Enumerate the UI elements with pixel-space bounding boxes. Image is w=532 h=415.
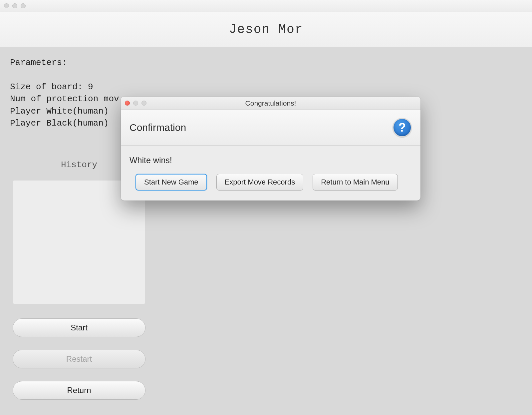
- restart-button[interactable]: Restart: [13, 350, 145, 368]
- board-size-line: Size of board: 9: [10, 82, 93, 92]
- dialog-header: Confirmation ?: [121, 110, 420, 146]
- dialog-titlebar: Congratulations!: [121, 97, 420, 110]
- sidebar-buttons: Start Restart Return: [10, 318, 148, 400]
- return-button[interactable]: Return: [13, 381, 145, 400]
- parameters-label: Parameters:: [10, 58, 67, 68]
- player-white-line: Player White(human): [10, 106, 109, 116]
- main-window: Jeson Mor Parameters: Size of board: 9 N…: [0, 0, 532, 415]
- question-icon: ?: [393, 118, 412, 137]
- return-to-main-menu-button[interactable]: Return to Main Menu: [313, 174, 398, 191]
- protection-moves-line: Num of protection mov: [10, 94, 119, 104]
- dialog-message: White wins!: [130, 156, 412, 165]
- start-new-game-button[interactable]: Start New Game: [135, 174, 207, 191]
- dialog-header-title: Confirmation: [130, 122, 186, 133]
- close-icon[interactable]: [4, 3, 9, 8]
- maximize-icon: [141, 101, 146, 106]
- traffic-lights-dialog: [125, 101, 146, 106]
- main-titlebar: [0, 0, 532, 12]
- dialog-body: White wins! Start New Game Export Move R…: [121, 146, 420, 201]
- close-icon[interactable]: [125, 101, 130, 106]
- header-bar: Jeson Mor: [0, 12, 532, 47]
- traffic-lights-main: [4, 3, 26, 8]
- player-black-line: Player Black(human): [10, 118, 109, 128]
- start-button[interactable]: Start: [13, 318, 145, 337]
- page-title: Jeson Mor: [229, 22, 303, 37]
- dialog-buttons: Start New Game Export Move Records Retur…: [130, 174, 412, 195]
- dialog-title: Congratulations!: [121, 99, 420, 107]
- minimize-icon: [133, 101, 138, 106]
- minimize-icon[interactable]: [12, 3, 17, 8]
- maximize-icon[interactable]: [21, 3, 26, 8]
- confirmation-dialog: Congratulations! Confirmation ? White wi…: [121, 97, 420, 201]
- export-move-records-button[interactable]: Export Move Records: [216, 174, 304, 191]
